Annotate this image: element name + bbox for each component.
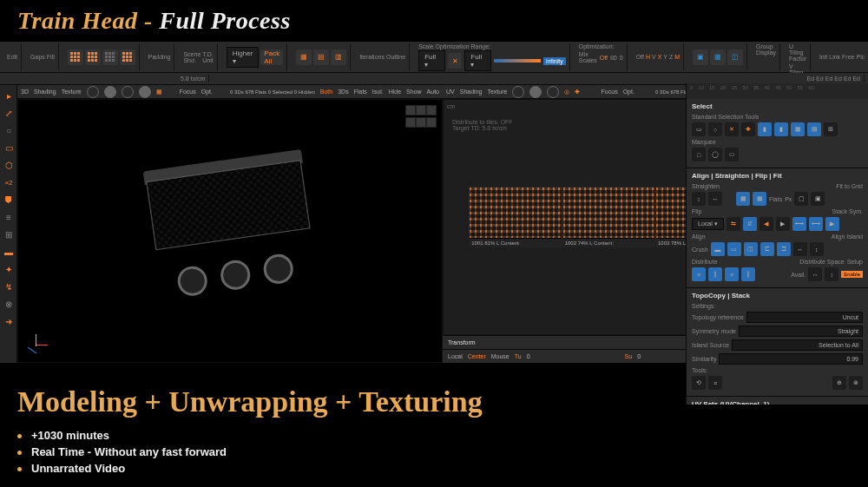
x2-tool[interactable]: ×2 xyxy=(2,175,16,189)
mq-rect-icon[interactable]: □ xyxy=(692,148,706,161)
flip-h-icon[interactable]: ⇋ xyxy=(727,217,740,231)
tool-13[interactable]: ➜ xyxy=(2,314,16,328)
nav-cube[interactable] xyxy=(405,105,437,129)
vp1-isol[interactable]: Isol. xyxy=(372,89,384,95)
axis-off[interactable]: Off xyxy=(636,54,644,60)
al-2-icon[interactable]: ▭ xyxy=(727,242,741,256)
vp1-show[interactable]: Show xyxy=(406,89,422,95)
flats-label[interactable]: Flats xyxy=(769,196,782,202)
x-btn[interactable]: ✕ xyxy=(448,53,462,69)
local-dropdown[interactable]: Local ▾ xyxy=(692,218,724,230)
gd-btn-2[interactable]: ▦ xyxy=(710,49,726,65)
d-3-icon[interactable]: ≡ xyxy=(725,267,739,281)
higher-dropdown[interactable]: Higher ▾ xyxy=(227,47,260,68)
sel-rect-icon[interactable]: ▭ xyxy=(692,122,706,136)
s3-icon[interactable] xyxy=(547,86,559,98)
flip-3-icon[interactable]: ◀ xyxy=(760,217,773,231)
layout-btn-3[interactable]: ▥ xyxy=(331,49,346,65)
al-3-icon[interactable]: ◫ xyxy=(744,242,758,256)
link-btn[interactable]: Link xyxy=(829,54,840,60)
arrow-tool[interactable]: ▸ xyxy=(2,89,16,102)
full-dropdown[interactable]: Full ▾ xyxy=(418,50,445,71)
grid-btn-4[interactable] xyxy=(120,49,135,65)
sel-b2-icon[interactable]: ▮ xyxy=(774,122,788,136)
range-slider[interactable] xyxy=(494,59,541,63)
straight-field[interactable]: Straight xyxy=(739,326,863,337)
axis-v[interactable]: V xyxy=(652,54,656,60)
circle-tool[interactable]: ○ xyxy=(2,123,16,137)
crush-label[interactable]: Crush xyxy=(692,247,708,253)
ds-1-icon[interactable]: ↔ xyxy=(808,267,822,281)
shade-flat-icon[interactable] xyxy=(87,86,99,98)
axis-z[interactable]: Z xyxy=(669,54,673,60)
layout-btn-2[interactable]: ▤ xyxy=(313,49,329,65)
sel-circle-icon[interactable]: ○ xyxy=(708,122,722,136)
axis-m[interactable]: M xyxy=(674,54,680,60)
t-center[interactable]: Center xyxy=(468,353,486,359)
selall-field[interactable]: Selection to All xyxy=(732,339,863,351)
similarity-field[interactable]: 0.99 xyxy=(719,353,863,363)
3d-viewport[interactable] xyxy=(17,99,443,363)
sel-plus-icon[interactable]: ✚ xyxy=(741,122,755,136)
init-btn[interactable]: Init xyxy=(819,54,827,60)
full2-dropdown[interactable]: Full ▾ xyxy=(464,50,491,71)
s2-icon[interactable] xyxy=(529,86,542,98)
vp2-tab-uv[interactable]: UV xyxy=(446,89,455,95)
tool-9[interactable]: ▬ xyxy=(2,245,16,259)
px-label[interactable]: Px xyxy=(785,196,792,202)
vp1-hide[interactable]: Hide xyxy=(389,89,401,95)
mix-80[interactable]: 80 xyxy=(610,55,617,61)
fit-2-icon[interactable]: ▦ xyxy=(753,192,766,206)
vp2-focus[interactable]: Focus xyxy=(602,89,618,95)
axis-y[interactable]: Y xyxy=(663,54,667,60)
vp1-focus[interactable]: Focus xyxy=(180,89,196,95)
al-1-icon[interactable]: ▬ xyxy=(711,242,725,256)
grid-v-icon[interactable]: ▦ xyxy=(156,89,162,95)
tu-value[interactable]: 0 xyxy=(527,353,530,359)
d-1-icon[interactable]: ≡ xyxy=(692,267,706,281)
sym-3-icon[interactable]: ▶ xyxy=(825,217,839,231)
tool-10[interactable]: ✦ xyxy=(2,262,16,276)
mq-circle-icon[interactable]: ◯ xyxy=(708,148,722,161)
sel-b3-icon[interactable]: ▦ xyxy=(791,122,805,136)
vp1-tab-texture[interactable]: Texture xyxy=(62,89,82,95)
axis-x[interactable]: X xyxy=(658,54,662,60)
flip-4-icon[interactable]: ▶ xyxy=(776,217,790,231)
tool-12[interactable]: ⊗ xyxy=(2,297,16,311)
axis-gizmo[interactable] xyxy=(25,334,46,355)
vp1-both[interactable]: Both xyxy=(320,89,332,95)
d-4-icon[interactable]: ∥ xyxy=(741,267,755,281)
gd-btn-1[interactable]: ▣ xyxy=(693,49,708,65)
t-local[interactable]: Local xyxy=(448,353,463,359)
al-7-icon[interactable]: ↕ xyxy=(810,242,824,256)
gd-btn-3[interactable]: ◫ xyxy=(727,49,743,65)
s1-icon[interactable] xyxy=(512,86,524,98)
str-1-icon[interactable]: ↕ xyxy=(692,192,706,206)
vp1-auto[interactable]: Auto xyxy=(427,89,439,95)
free-btn[interactable]: Free xyxy=(842,54,854,60)
axis-h[interactable]: H xyxy=(646,54,650,60)
ed-btn[interactable]: Ed xyxy=(825,76,833,82)
target-icon[interactable]: ◎ xyxy=(564,89,569,95)
vp1-flats[interactable]: Flats xyxy=(354,89,367,95)
vp1-tab-3d[interactable]: 3D xyxy=(21,89,29,95)
shade-solid-icon[interactable] xyxy=(104,86,116,98)
fit-3-icon[interactable]: ▢ xyxy=(794,192,808,206)
mix-off[interactable]: Off xyxy=(600,55,608,61)
grow-tool[interactable]: ⤢ xyxy=(2,106,16,120)
uncut-field[interactable]: Uncut xyxy=(746,312,863,323)
fit-4-icon[interactable]: ▣ xyxy=(811,192,825,206)
grid-btn-3[interactable] xyxy=(102,49,118,65)
mix-0[interactable]: 0 xyxy=(620,55,623,61)
ed-btn[interactable]: Ed xyxy=(834,76,842,82)
al-4-icon[interactable]: ⊏ xyxy=(760,242,774,256)
t-mouse[interactable]: Mouse xyxy=(491,353,510,359)
sel-grid-icon[interactable]: ⊞ xyxy=(824,122,838,136)
shield-tool[interactable]: ⛊ xyxy=(2,193,16,207)
su-value[interactable]: 0 xyxy=(637,353,641,359)
ed-btn[interactable]: Ed xyxy=(844,76,852,82)
shade-tex-icon[interactable] xyxy=(139,86,151,98)
ds-2-icon[interactable]: ↕ xyxy=(825,267,838,281)
al-6-icon[interactable]: ↔ xyxy=(793,242,807,256)
pic-btn[interactable]: Pic xyxy=(856,54,865,60)
